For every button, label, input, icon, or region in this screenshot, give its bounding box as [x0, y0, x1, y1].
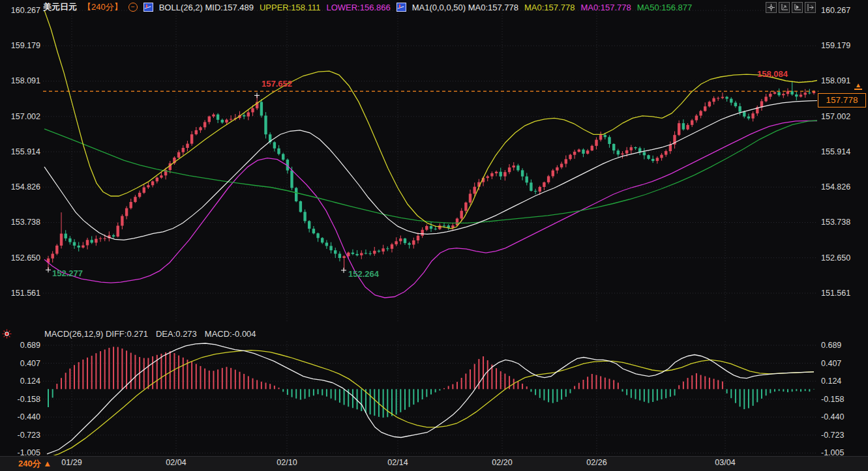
price-axis-label-right: 154.826 [821, 182, 850, 192]
boll-ma-lines [44, 10, 817, 298]
kline-chart-icon[interactable] [143, 3, 153, 12]
macd-axis-label-left: -0.440 [0, 412, 40, 422]
crosshair-icon[interactable] [766, 2, 777, 13]
price-axis-label-right: 159.179 [821, 40, 850, 51]
macd-axis-label-right: -0.723 [821, 430, 844, 440]
macd-axis-label-left: -0.723 [0, 430, 40, 440]
price-alert-marker-icon[interactable]: ▲ [854, 82, 862, 90]
collapse-minus-icon[interactable]: − [128, 3, 138, 12]
ma-group-value: MA1(0,0,0,50) MA0:157.778 [412, 3, 518, 12]
boll-upper-value: UPPER:158.111 [260, 3, 320, 12]
price-annotation-green: 152.277 [52, 268, 83, 278]
price-axis-label-left: 154.826 [0, 182, 40, 192]
period-selector[interactable]: 240分 ▲ [18, 458, 52, 470]
macd-dea-value: DEA:0.273 [156, 329, 197, 339]
price-axis-label-left: 160.267 [0, 5, 40, 16]
price-axis-label-right: 152.650 [821, 253, 850, 263]
extreme-cross-marker [254, 93, 260, 98]
macd-diff-value: MACD(26,12,9) DIFF:0.271 [44, 329, 148, 339]
date-axis-label: 02/04 [155, 458, 197, 467]
macd-indicator-header: MACD(26,12,9) DIFF:0.271 DEA:0.273 MACD:… [44, 329, 256, 339]
chart-toolbar [766, 2, 816, 13]
candles-layer [47, 81, 815, 270]
boll-lower-value: LOWER:156.866 [326, 3, 390, 12]
axis-play-icon[interactable] [792, 2, 803, 13]
trading-chart-app: { "header": { "symbol": "美元日元", "period"… [0, 0, 868, 471]
date-axis-label: 02/26 [576, 458, 618, 467]
current-price-badge: 157.778 [818, 93, 866, 107]
price-axis-label-left: 153.738 [0, 217, 40, 227]
price-axis-label-right: 155.914 [821, 147, 850, 157]
price-axis-label-left: 152.650 [0, 253, 40, 263]
price-axis-label-left: 151.561 [0, 288, 40, 298]
date-axis-label: 03/04 [704, 458, 746, 467]
extreme-cross-marker [46, 267, 51, 272]
macd-axis-label-left: -0.158 [0, 394, 40, 405]
ma50-value: MA50:156.877 [637, 3, 693, 12]
period-text: 240分 [18, 459, 41, 468]
macd-axis-label-right: -0.158 [821, 394, 844, 405]
price-axis-label-right: 153.738 [821, 217, 850, 227]
macd-axis-label-right: 0.407 [821, 358, 841, 369]
price-axis-label-left: 155.914 [0, 147, 40, 157]
date-axis-label: 01/29 [51, 458, 93, 467]
price-axis-label-left: 159.179 [0, 40, 40, 51]
boll-mid-value: BOLL(26,2) MID:157.489 [159, 3, 254, 12]
ma0-yellow-value: MA0:157.778 [524, 3, 575, 12]
price-axis-label-right: 158.091 [821, 76, 850, 86]
main-indicator-header: 美元日元 【240分】 − BOLL(26,2) MID:157.489 UPP… [43, 1, 692, 13]
macd-axis-label-left: 0.407 [0, 358, 40, 369]
price-annotation-green: 152.264 [348, 269, 379, 279]
axis-scale-icon[interactable] [779, 2, 790, 13]
price-axis-label-left: 158.091 [0, 76, 40, 86]
price-axis-label-right: 151.561 [821, 288, 850, 298]
macd-axis-label-right: -0.440 [821, 412, 844, 422]
date-axis-label: 02/20 [481, 458, 523, 467]
ma0-magenta-value: MA0:157.778 [580, 3, 631, 12]
macd-axis-label-left: 0.124 [0, 376, 40, 386]
macd-axis-label-left: 0.689 [0, 340, 40, 350]
chart-canvas[interactable] [0, 0, 868, 471]
price-annotation-red: 157.652 [262, 79, 292, 89]
macd-axis-label-right: 0.689 [821, 340, 841, 350]
axis-shift-icon[interactable] [805, 2, 816, 13]
price-annotation-red: 158.084 [757, 69, 788, 79]
extreme-cross-marker [341, 268, 346, 273]
price-axis-label-right: 160.267 [821, 5, 850, 16]
date-axis-label: 02/10 [266, 458, 308, 467]
macd-axis-label-right: 0.124 [821, 376, 841, 386]
macd-histogram [48, 347, 814, 418]
date-axis-label: 02/14 [377, 458, 419, 467]
macd-value: MACD:-0.004 [205, 329, 256, 339]
symbol-name: 美元日元 [43, 1, 77, 13]
price-axis-label-left: 157.002 [0, 111, 40, 122]
price-axis-label-right: 157.002 [821, 111, 850, 122]
kline-chart-icon[interactable] [397, 3, 406, 12]
period-label: 【240分】 [83, 1, 123, 13]
